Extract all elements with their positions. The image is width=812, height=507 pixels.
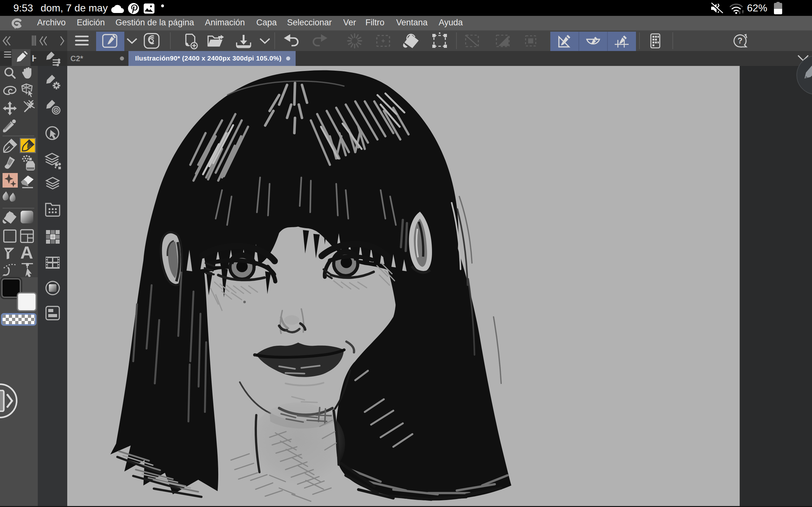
svg-text:?: ? bbox=[738, 36, 743, 45]
